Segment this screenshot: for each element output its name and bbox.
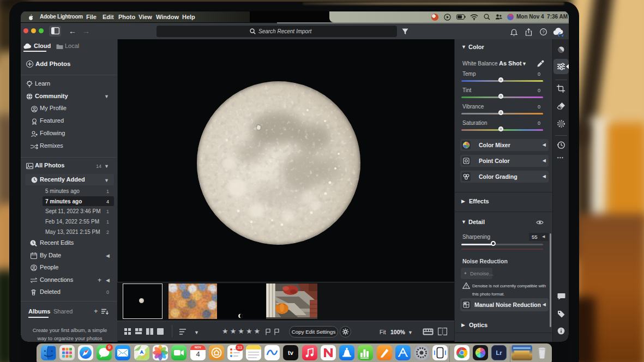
svg-text:?: ?	[542, 29, 545, 34]
